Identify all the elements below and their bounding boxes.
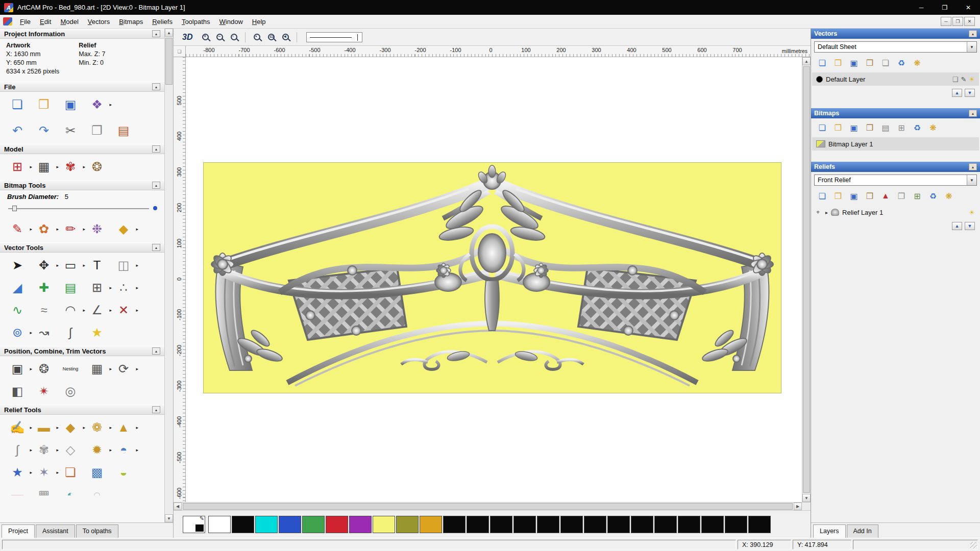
flyout-arrow-icon[interactable]: ▸ xyxy=(83,425,85,430)
flyout-arrow-icon[interactable]: ▸ xyxy=(56,425,59,430)
menu-toolpaths[interactable]: Toolpaths xyxy=(177,16,215,28)
create-curve-icon[interactable]: ↝ ▸ xyxy=(34,322,54,343)
flyout-arrow-icon[interactable]: ▸ xyxy=(136,308,138,313)
move-layer-down-button[interactable]: ▼ xyxy=(965,89,975,97)
expander-arrow-icon[interactable]: ▸ xyxy=(825,210,828,215)
delete-layer-icon[interactable]: ♻ xyxy=(927,190,939,202)
new-bitmap-layer-icon[interactable]: ❏ xyxy=(816,122,828,133)
menu-bitmaps[interactable]: Bitmaps xyxy=(114,16,148,28)
flyout-arrow-icon[interactable]: ▸ xyxy=(109,366,112,371)
colour-swatch[interactable] xyxy=(420,516,442,533)
layer-row-relief-layer-1[interactable]: + ▸ Relief Layer 1 ☀ xyxy=(812,206,979,219)
calculate-relief-icon[interactable]: ⊞ xyxy=(911,190,923,202)
toggle-all-layers-icon[interactable]: ❋ xyxy=(943,190,955,202)
toggle-all-layers-icon[interactable]: ❋ xyxy=(911,57,923,68)
import-vectors-icon[interactable]: ❒ xyxy=(864,57,876,68)
colour-swatch[interactable] xyxy=(467,516,489,533)
move-layer-up-button[interactable]: ▲ xyxy=(952,89,962,97)
colour-palette-icon[interactable]: ❉ ▸ xyxy=(87,219,107,239)
new-relief-layer-icon[interactable]: ❏ xyxy=(816,190,828,202)
colour-swatch[interactable] xyxy=(607,516,630,533)
flyout-arrow-icon[interactable]: ▸ xyxy=(30,227,32,232)
turn-icon[interactable]: ◇ ▸ xyxy=(60,440,81,460)
flyout-arrow-icon[interactable]: ▸ xyxy=(83,164,85,169)
wrap-relief-icon[interactable]: ✶ ▸ xyxy=(34,462,54,483)
move-layer-up-button[interactable]: ▲ xyxy=(952,222,962,230)
collapse-button[interactable]: ▲ xyxy=(969,163,977,170)
scrollbar-thumb[interactable] xyxy=(165,38,173,85)
texture-map-icon[interactable]: ▩ ▸ xyxy=(87,462,107,483)
ruler-origin-button[interactable]: ❏ xyxy=(174,46,186,57)
undo-icon[interactable]: ↶ ▸ xyxy=(7,120,28,141)
collapse-button[interactable]: ▲ xyxy=(152,244,160,251)
flyout-arrow-icon[interactable]: ▸ xyxy=(56,227,59,232)
scroll-up-arrow[interactable]: ▲ xyxy=(802,57,811,65)
resize-grip[interactable] xyxy=(970,542,977,548)
set-model-size-icon[interactable]: ⊞ ▸ xyxy=(7,157,28,177)
flyout-arrow-icon[interactable]: ▸ xyxy=(109,447,112,453)
trim-vectors-icon[interactable]: ✕ ▸ xyxy=(113,300,134,320)
scroll-down-arrow[interactable]: ▼ xyxy=(802,494,811,502)
scrollbar-thumb[interactable] xyxy=(183,503,793,510)
scroll-right-arrow[interactable]: ▶ xyxy=(794,503,802,510)
flyout-arrow-icon[interactable]: ▸ xyxy=(30,447,32,453)
node-tool-icon[interactable]: ∫ ▸ xyxy=(60,322,81,343)
child-minimize-button[interactable]: ─ xyxy=(941,17,951,26)
colour-swatch[interactable] xyxy=(748,516,771,533)
tab-add-in[interactable]: Add In xyxy=(847,524,878,538)
collapse-button[interactable]: ▲ xyxy=(152,30,160,37)
colour-swatch[interactable] xyxy=(560,516,583,533)
primary-secondary-colour-swatch[interactable]: ✎ xyxy=(183,516,205,533)
flyout-arrow-icon[interactable]: ▸ xyxy=(56,470,59,475)
save-model-icon[interactable]: ▣ ▸ xyxy=(60,94,81,115)
add-relief-layer-icon[interactable]: + xyxy=(816,209,822,216)
create-circle-icon[interactable]: ⊚ ▸ xyxy=(7,322,28,343)
menu-window[interactable]: Window xyxy=(215,16,248,28)
transform-vectors-icon[interactable]: ✥ ▸ xyxy=(34,255,54,276)
adjust-model-icon[interactable]: ▦ ▸ xyxy=(34,157,54,177)
paint-brush-icon[interactable]: ✎ ▸ xyxy=(7,219,28,239)
canvas-2d-view[interactable] xyxy=(186,57,802,502)
zoom-previous-icon[interactable] xyxy=(279,31,291,43)
colour-swatch[interactable] xyxy=(255,516,278,533)
zoom-objects-icon[interactable] xyxy=(251,31,263,43)
flyout-arrow-icon[interactable]: ▸ xyxy=(109,425,112,430)
flyout-arrow-icon[interactable]: ▸ xyxy=(30,470,32,475)
flyout-arrow-icon[interactable]: ▸ xyxy=(56,263,59,268)
zoom-out-icon[interactable] xyxy=(213,31,226,43)
flyout-arrow-icon[interactable]: ▸ xyxy=(83,308,85,313)
offset-relief-icon[interactable]: ◒ ▸ xyxy=(113,462,134,483)
texture-relief-icon[interactable]: ❁ ▸ xyxy=(87,417,107,438)
create-star-icon[interactable]: ★ ▸ xyxy=(87,322,107,343)
layer-visibility-icon[interactable]: ☀ xyxy=(969,76,975,83)
colour-swatch[interactable] xyxy=(232,516,254,533)
node-editing-icon[interactable]: ◢ ▸ xyxy=(7,278,28,298)
fade-relief-icon[interactable]: ◌ ▸ xyxy=(87,485,107,495)
flyout-arrow-icon[interactable]: ▸ xyxy=(109,308,112,313)
redo-icon[interactable]: ↷ ▸ xyxy=(34,120,54,141)
create-text-icon[interactable]: T ▸ xyxy=(87,255,107,276)
colour-swatch[interactable] xyxy=(584,516,606,533)
colour-swatch[interactable] xyxy=(349,516,372,533)
scroll-down-arrow[interactable]: ▼ xyxy=(165,514,173,522)
layer-edit-icon[interactable]: ✎ xyxy=(961,76,966,83)
left-panel-scrollbar[interactable]: ▲ ▼ xyxy=(164,29,173,522)
colour-swatch[interactable] xyxy=(279,516,301,533)
zoom-window-icon[interactable] xyxy=(228,31,240,43)
flyout-arrow-icon[interactable]: ▸ xyxy=(109,285,112,290)
weave-wizard-icon[interactable]: ✾ ▸ xyxy=(34,440,54,460)
chevron-down-icon[interactable]: ▼ xyxy=(967,42,976,52)
extrude-icon[interactable]: ∫ ▸ xyxy=(7,440,28,460)
join-vectors-icon[interactable]: ∠ ▸ xyxy=(87,300,107,320)
mirror-vectors-icon[interactable]: ◧ ▸ xyxy=(7,381,28,402)
view-3d-button[interactable]: 3D xyxy=(179,31,196,43)
spin-icon[interactable]: ✹ ▸ xyxy=(87,440,107,460)
blend-relief-icon[interactable]: ◐ ▸ xyxy=(60,485,81,495)
paint-selective-icon[interactable]: ✿ ▸ xyxy=(34,219,54,239)
collapse-button[interactable]: ▲ xyxy=(152,347,160,355)
import-relief-icon[interactable]: ❒ xyxy=(864,190,876,202)
flyout-arrow-icon[interactable]: ▸ xyxy=(30,366,32,371)
menu-help[interactable]: Help xyxy=(248,16,271,28)
colour-swatch[interactable] xyxy=(208,516,231,533)
canvas-vertical-scrollbar[interactable]: ▲ ▼ xyxy=(802,57,811,502)
